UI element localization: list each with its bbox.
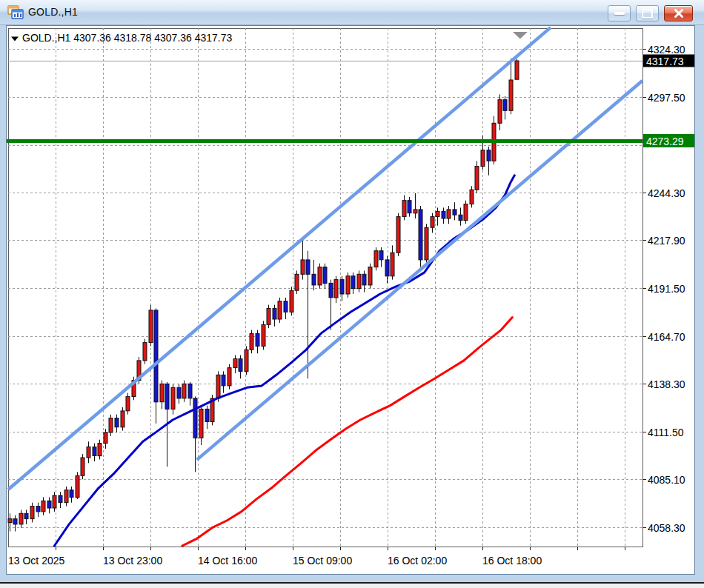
candle-body-bull <box>295 274 299 290</box>
candle-body-bull <box>475 167 479 190</box>
candle <box>262 321 265 350</box>
candle-body-bear <box>442 211 445 218</box>
candle-body-bull <box>290 290 293 312</box>
candle-body-bear <box>13 519 17 524</box>
candle-body-bull <box>334 280 338 298</box>
price-axis-label: 4058.30 <box>648 522 685 534</box>
candle-body-bull <box>262 324 265 346</box>
candle <box>290 287 293 315</box>
candle-body-bear <box>154 310 158 402</box>
candle-body-bear <box>379 251 383 260</box>
candle <box>368 264 372 289</box>
candle <box>250 330 253 354</box>
time-axis-label: 14 Oct 16:00 <box>198 555 257 567</box>
price-axis-label: 4191.50 <box>648 283 685 295</box>
price-axis-label: 4111.50 <box>648 427 684 438</box>
candle-body-bull <box>402 201 406 217</box>
candle-body-bull <box>301 260 305 274</box>
candle-body-bear <box>205 409 209 421</box>
price-axis-label: 4138.30 <box>648 378 685 390</box>
close-icon <box>674 9 684 18</box>
candle-body-bull <box>19 513 23 524</box>
candle-body-bear <box>306 260 310 274</box>
candle-body-bear <box>193 398 197 438</box>
minimize-icon <box>614 12 625 15</box>
candle-body-bull <box>30 507 34 519</box>
candle-body-bull <box>143 343 147 361</box>
candle-body-bull <box>357 274 361 288</box>
candle-body-bull <box>278 301 282 319</box>
candle <box>515 59 519 79</box>
candle <box>419 206 422 267</box>
candle-body-bear <box>59 495 62 503</box>
candle-body-bull <box>228 368 231 386</box>
candle-body-bull <box>160 384 164 401</box>
candle-body-bear <box>115 418 119 427</box>
candle-body-bull <box>121 411 124 427</box>
candle-body-bear <box>453 210 456 215</box>
candle-body-bear <box>256 333 259 346</box>
chart-window-icon <box>7 5 24 19</box>
candle-body-bear <box>36 507 40 512</box>
candle <box>121 407 124 431</box>
candle-body-bull <box>182 384 186 398</box>
candle-body-bear <box>165 384 169 409</box>
candle-body-bear <box>323 267 327 284</box>
candle-body-bull <box>431 217 434 228</box>
candle-body-bear <box>351 276 355 289</box>
candle-body-bull <box>267 308 270 324</box>
candle-body-bear <box>188 384 192 398</box>
candle <box>346 273 350 298</box>
chart-window: GOLD.,H1 4324.304297.504244.304217.90419… <box>0 0 704 584</box>
candle-body-bear <box>93 447 96 455</box>
candle-body-bull <box>104 432 107 444</box>
candle <box>149 305 153 347</box>
window-controls <box>608 5 693 21</box>
candle-body-bear <box>222 375 225 386</box>
close-button[interactable] <box>664 5 693 21</box>
price-axis-label: 4164.70 <box>648 331 685 343</box>
price-axis-label: 4217.90 <box>648 235 685 247</box>
candle-body-bear <box>177 387 181 398</box>
candle-body-bear <box>329 283 333 297</box>
time-axis-label: 15 Oct 09:00 <box>293 555 352 567</box>
maximize-button[interactable] <box>636 5 659 21</box>
candle-body-bear <box>419 210 422 260</box>
candle-body-bear <box>362 274 366 285</box>
candle-body-bull <box>396 217 400 253</box>
price-axis-label: 4297.50 <box>648 92 685 104</box>
candle-body-bull <box>447 210 451 218</box>
candle <box>245 346 248 375</box>
ohlc-header: GOLD.,H1 4307.36 4318.78 4307.36 4317.73 <box>22 32 233 44</box>
time-axis-label: 16 Oct 02:00 <box>388 555 447 567</box>
candle-body-bear <box>47 501 51 508</box>
candle-body-bull <box>391 253 394 276</box>
candle-body-bear <box>385 260 389 276</box>
price-axis-label: 4324.30 <box>648 44 685 56</box>
candle-body-bear <box>312 274 316 285</box>
candle <box>81 454 84 479</box>
candle-body-bull <box>199 409 203 438</box>
candle-body-bull <box>509 80 513 110</box>
candle-body-bull <box>318 267 322 285</box>
candle-body-bull <box>149 310 153 343</box>
candle-body-bull <box>109 418 113 432</box>
minimize-button[interactable] <box>608 5 631 21</box>
candle <box>425 224 428 263</box>
candle-body-bull <box>87 447 90 458</box>
bid-price-label: 4317.73 <box>646 56 684 67</box>
price-axis-label: 4085.10 <box>648 474 685 486</box>
titlebar[interactable]: GOLD.,H1 <box>0 0 704 25</box>
candle-body-bull <box>64 490 68 503</box>
candle-body-bull <box>53 495 56 508</box>
chart-surface[interactable]: 4324.304297.504244.304217.904191.504164.… <box>6 25 695 575</box>
candle <box>143 339 147 364</box>
candle-body-bull <box>126 396 130 410</box>
candle-body-bull <box>481 150 485 167</box>
candle-body-bull <box>98 444 102 456</box>
hline-price-label: 4273.29 <box>646 136 684 147</box>
candle-body-bear <box>340 280 344 294</box>
candle <box>464 201 468 224</box>
candle-body-bull <box>171 387 175 409</box>
candle-body-bear <box>487 150 491 161</box>
